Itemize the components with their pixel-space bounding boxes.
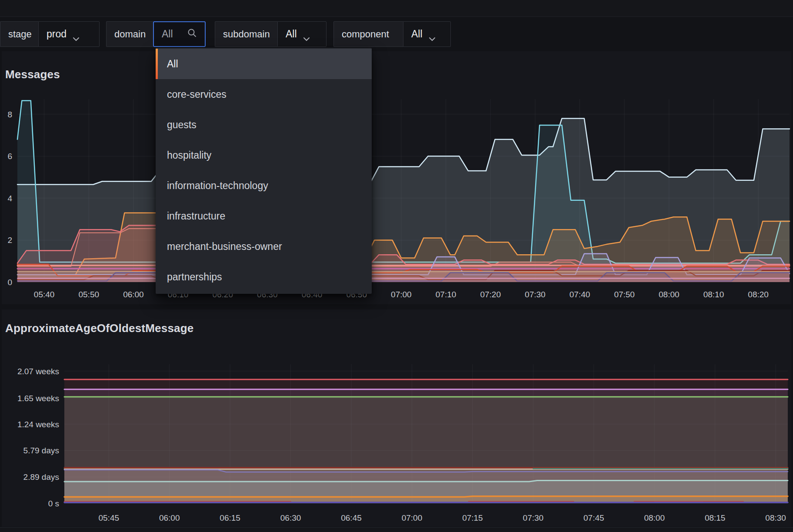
y-tick-label: 8	[7, 110, 12, 119]
subdomain-picker-label[interactable]: subdomain	[215, 21, 277, 47]
component-picker-current: All	[411, 28, 423, 40]
dropdown-item[interactable]: core-services	[156, 79, 372, 110]
component-picker-label[interactable]: component	[333, 21, 403, 47]
domain-picker-value[interactable]: All	[153, 21, 206, 47]
subdomain-picker-value[interactable]: All	[277, 21, 327, 47]
domain-picker-label[interactable]: domain	[106, 21, 153, 47]
x-tick-label: 08:10	[703, 290, 724, 299]
panel-title-age-of-oldest-message[interactable]: ApproximateAgeOfOldestMessage	[5, 322, 193, 335]
component-picker: component All	[333, 21, 451, 47]
domain-picker: domain All	[106, 21, 206, 47]
age-of-oldest-message-chart[interactable]: 0 s2.89 days5.79 days1.24 weeks1.65 week…	[0, 304, 793, 532]
dropdown-item[interactable]: infrastructure	[156, 201, 372, 231]
y-tick-label: 2.89 days	[23, 472, 59, 482]
y-tick-label: 0 s	[48, 499, 59, 508]
y-tick-label: 6	[7, 152, 12, 161]
y-tick-label: 1.24 weeks	[17, 420, 59, 429]
dropdown-item[interactable]: hospitality	[156, 140, 372, 170]
x-tick-label: 07:00	[402, 513, 423, 522]
y-tick-label: 1.65 weeks	[17, 394, 59, 403]
panel-title-messages[interactable]: Messages	[5, 68, 60, 81]
y-tick-label: 0	[7, 278, 12, 287]
x-tick-label: 07:20	[480, 290, 501, 299]
dropdown-item[interactable]: partnerships	[156, 262, 372, 292]
stage-picker-value[interactable]: prod	[38, 21, 100, 47]
subdomain-picker-current: All	[286, 28, 297, 40]
x-tick-label: 08:00	[659, 290, 680, 299]
domain-dropdown-menu: Allcore-servicesguestshospitalityinforma…	[156, 48, 372, 294]
top-bar	[0, 0, 793, 17]
domain-picker-current: All	[162, 28, 173, 40]
component-picker-value[interactable]: All	[403, 21, 451, 47]
y-tick-label: 2	[7, 236, 12, 245]
y-tick-label: 2.07 weeks	[17, 367, 59, 376]
x-tick-label: 06:00	[123, 290, 144, 299]
x-tick-label: 08:00	[644, 513, 665, 522]
x-tick-label: 07:30	[523, 513, 544, 522]
x-tick-label: 07:30	[525, 290, 546, 299]
subdomain-picker: subdomain All	[215, 21, 327, 47]
x-tick-label: 07:00	[391, 290, 412, 299]
x-tick-label: 06:15	[220, 513, 240, 522]
x-tick-label: 08:20	[748, 290, 769, 299]
footer-strip	[0, 527, 793, 532]
x-tick-label: 05:45	[98, 513, 119, 522]
stage-picker-current: prod	[47, 28, 67, 40]
chevron-down-icon	[303, 32, 310, 37]
x-tick-label: 08:30	[765, 513, 786, 522]
y-tick-label: 5.79 days	[23, 446, 59, 455]
x-tick-label: 07:10	[436, 290, 456, 299]
chevron-down-icon	[429, 32, 436, 37]
x-tick-label: 07:15	[462, 513, 483, 522]
series-line-orange	[64, 496, 788, 497]
dropdown-item[interactable]: information-technology	[156, 170, 372, 201]
x-tick-label: 07:45	[583, 513, 604, 522]
dropdown-item[interactable]: merchant-business-owner	[156, 231, 372, 262]
search-icon	[187, 28, 197, 40]
x-tick-label: 08:15	[705, 513, 726, 522]
y-tick-label: 4	[7, 194, 12, 203]
x-tick-label: 06:30	[280, 513, 301, 522]
x-tick-label: 07:40	[570, 290, 590, 299]
dropdown-item[interactable]: All	[156, 49, 372, 79]
x-tick-label: 06:00	[159, 513, 180, 522]
x-tick-label: 05:40	[34, 290, 55, 299]
x-tick-label: 06:45	[341, 513, 362, 522]
dropdown-item[interactable]: guests	[156, 110, 372, 140]
chevron-down-icon	[73, 32, 80, 37]
stage-picker: stage prod	[0, 21, 100, 47]
stage-picker-label[interactable]: stage	[0, 21, 38, 47]
x-tick-label: 05:50	[78, 290, 99, 299]
x-tick-label: 07:50	[614, 290, 635, 299]
series-fill-pink	[17, 278, 790, 282]
